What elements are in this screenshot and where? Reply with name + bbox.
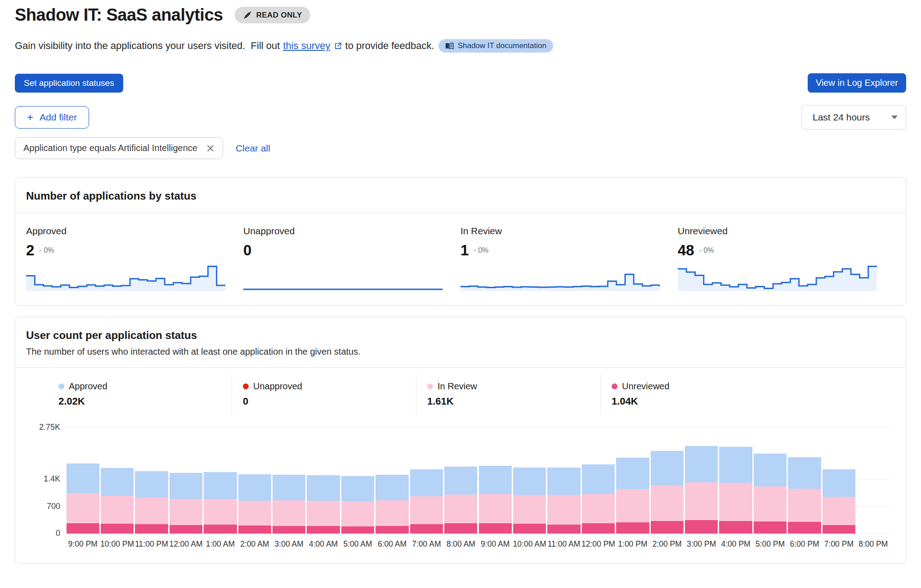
legend-label-row: In Review	[427, 381, 600, 392]
bar-segment-unreviewed	[547, 525, 580, 534]
user-count-card-header: User count per application status The nu…	[15, 317, 906, 368]
stat-value: 1	[460, 242, 469, 259]
bar-segment-in-review	[547, 495, 580, 525]
sparkline-approved	[26, 265, 225, 291]
x-axis-labels: 9:00 PM10:00 PM11:00 PM12:00 AM1:00 AM2:…	[66, 534, 890, 555]
chart-legend: Approved2.02KUnapproved0In Review1.61KUn…	[48, 374, 785, 415]
bar-segment-in-review	[273, 500, 305, 526]
stat-label: Unapproved	[243, 226, 443, 236]
x-tick-label: 12:00 AM	[169, 539, 203, 549]
shadow-it-page: Shadow IT: SaaS analytics READ ONLY Gain…	[0, 5, 921, 564]
user-count-plot: 07001.4K2.75K	[66, 427, 890, 534]
x-tick-label: 5:00 PM	[753, 539, 787, 549]
legend-label-row: Unapproved	[243, 381, 416, 392]
survey-link[interactable]: this survey	[283, 40, 330, 52]
applications-card-header: Number of applications by status	[15, 178, 906, 213]
clear-all-link[interactable]: Clear all	[236, 143, 270, 154]
bar-segment-in-review	[238, 501, 271, 526]
stat-value: 2	[26, 242, 34, 259]
add-filter-button[interactable]: + Add filter	[15, 106, 89, 129]
x-tick-label: 1:00 AM	[203, 539, 237, 549]
x-tick-label: 10:00 AM	[512, 539, 546, 549]
filter-chip-label: Application type equals Artificial Intel…	[23, 143, 197, 153]
bar-segment-approved	[444, 467, 477, 494]
bar-segment-unreviewed	[719, 521, 752, 534]
bar-segment-in-review	[67, 493, 99, 523]
user-count-card-subtitle: The number of users who interacted with …	[26, 347, 895, 357]
chart-bar	[547, 468, 580, 534]
bar-segment-in-review	[685, 482, 718, 520]
documentation-badge[interactable]: Shadow IT documentation	[438, 39, 553, 53]
book-icon	[445, 42, 454, 50]
bar-segment-unreviewed	[204, 525, 237, 534]
legend-item-unapproved: Unapproved0	[232, 374, 416, 415]
bar-segment-in-review	[101, 496, 134, 524]
applications-by-status-card: Number of applications by status Approve…	[15, 177, 906, 306]
stat-value-row: 1- 0%	[460, 242, 660, 259]
chart-bar	[444, 467, 477, 534]
stat-unreviewed: Unreviewed48- 0%	[678, 226, 895, 291]
chart-bar	[823, 469, 855, 534]
bar-segment-unreviewed	[788, 522, 821, 534]
chart-bar	[513, 468, 546, 534]
bar-segment-approved	[513, 468, 546, 495]
legend-item-in-review: In Review1.61K	[416, 374, 601, 415]
bar-segment-approved	[823, 469, 855, 497]
sparkline-unreviewed	[678, 265, 877, 291]
bar-segment-approved	[582, 464, 615, 494]
bar-segment-unreviewed	[513, 524, 546, 534]
x-tick-label: 11:00 PM	[134, 539, 169, 549]
legend-dot-icon	[427, 383, 433, 389]
stat-in-review: In Review1- 0%	[460, 226, 678, 291]
bar-segment-unreviewed	[135, 524, 168, 534]
chart-bar	[685, 446, 718, 534]
bar-segment-unreviewed	[651, 521, 684, 534]
chart-bar	[170, 473, 202, 534]
bar-segment-unreviewed	[410, 524, 443, 534]
legend-value: 1.04K	[612, 396, 785, 407]
read-only-label: READ ONLY	[256, 11, 302, 20]
stat-value-row: 0	[243, 242, 443, 259]
chart-bar	[651, 451, 684, 534]
y-tick-label: 2.75K	[20, 423, 60, 432]
bar-segment-in-review	[479, 494, 512, 524]
bar-segment-in-review	[307, 501, 340, 526]
applications-stats-row: Approved2- 0%Unapproved0In Review1- 0%Un…	[15, 213, 906, 305]
stat-value-row: 2- 0%	[26, 242, 225, 259]
bar-segment-approved	[101, 468, 134, 496]
bar-segment-approved	[651, 451, 684, 485]
bar-segment-in-review	[651, 485, 684, 521]
x-tick-label: 3:00 PM	[684, 539, 719, 549]
chart-bar	[67, 463, 99, 534]
bar-segment-unreviewed	[67, 523, 99, 534]
legend-label: In Review	[438, 381, 477, 392]
bar-segment-in-review	[204, 499, 237, 524]
legend-item-approved: Approved2.02K	[48, 374, 232, 415]
close-icon[interactable]	[206, 143, 215, 153]
time-range-select[interactable]: Last 24 hours	[801, 105, 906, 129]
filter-chip[interactable]: Application type equals Artificial Intel…	[15, 137, 223, 159]
applications-card-title: Number of applications by status	[26, 190, 197, 202]
stat-label: Approved	[26, 226, 225, 236]
y-tick-label: 1.4K	[20, 474, 60, 484]
x-tick-label: 6:00 AM	[375, 539, 409, 549]
legend-value: 0	[243, 396, 416, 407]
bar-segment-approved	[616, 458, 649, 490]
legend-dot-icon	[243, 383, 249, 389]
legend-dot-icon	[612, 383, 617, 389]
legend-item-unreviewed: Unreviewed1.04K	[601, 374, 785, 415]
card-bottom-padding	[15, 555, 906, 563]
actions-row: Set application statuses View in Log Exp…	[15, 73, 906, 93]
bar-segment-unreviewed	[376, 526, 408, 534]
chart-bar	[719, 447, 752, 534]
x-tick-label: 4:00 AM	[306, 539, 340, 549]
chart-bar	[307, 475, 340, 534]
bar-segment-in-review	[170, 499, 202, 525]
view-in-log-explorer-button[interactable]: View in Log Explorer	[808, 73, 906, 93]
set-application-statuses-button[interactable]: Set application statuses	[15, 74, 123, 93]
user-count-card-title: User count per application status	[26, 329, 895, 342]
legend-label: Approved	[69, 381, 107, 392]
legend-label: Unreviewed	[622, 381, 670, 392]
y-tick-label: 700	[20, 502, 60, 511]
stat-delta: - 0%	[699, 246, 714, 254]
